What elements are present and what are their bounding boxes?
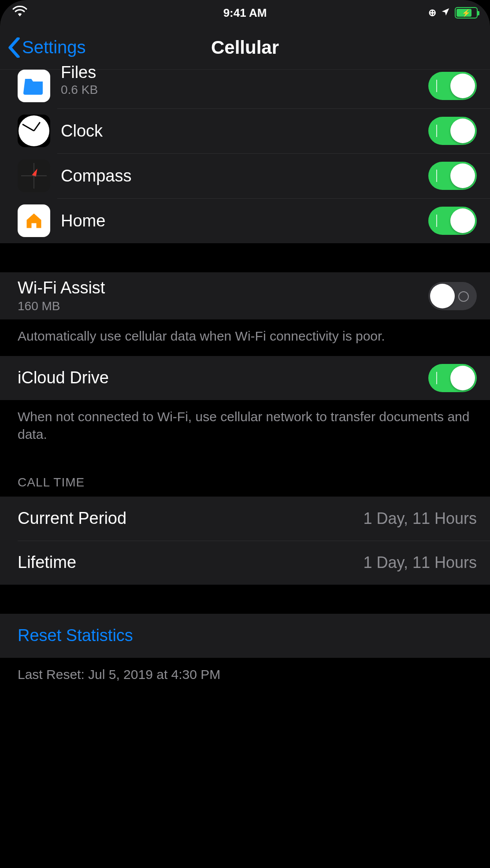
wifi-assist-title: Wi-Fi Assist — [18, 278, 428, 297]
app-name: Home — [61, 211, 428, 230]
location-icon — [441, 6, 450, 20]
app-name: Clock — [61, 122, 428, 141]
icloud-drive-row: iCloud Drive — [0, 356, 490, 400]
call-time-header: CALL TIME — [0, 454, 490, 497]
wifi-assist-group: Wi-Fi Assist 160 MB — [0, 272, 490, 319]
app-list: Files 0.6 KB Clock Compass Home — [0, 70, 490, 243]
wifi-assist-footer: Automatically use cellular data when Wi-… — [0, 319, 490, 356]
app-name: Files — [61, 63, 428, 82]
orientation-lock-icon: ⊕ — [428, 7, 436, 19]
lifetime-row: Lifetime 1 Day, 11 Hours — [0, 541, 490, 585]
app-row-home: Home — [0, 198, 490, 243]
reset-group: Reset Statistics — [0, 614, 490, 658]
reset-label: Reset Statistics — [18, 626, 133, 645]
status-bar: 9:41 AM ⊕ ⚡ — [0, 0, 490, 26]
last-reset-footer: Last Reset: Jul 5, 2019 at 4:30 PM — [0, 658, 490, 694]
app-row-compass: Compass — [0, 153, 490, 198]
lifetime-label: Lifetime — [18, 553, 76, 572]
chevron-left-icon — [8, 37, 20, 58]
app-usage: 0.6 KB — [61, 83, 428, 97]
toggle-compass[interactable] — [428, 162, 477, 190]
home-icon — [18, 204, 50, 237]
app-row-clock: Clock — [0, 108, 490, 153]
app-row-files: Files 0.6 KB — [0, 70, 490, 108]
reset-statistics-button[interactable]: Reset Statistics — [0, 614, 490, 658]
back-button[interactable]: Settings — [8, 37, 86, 58]
call-time-group: Current Period 1 Day, 11 Hours Lifetime … — [0, 497, 490, 585]
clock-icon — [18, 115, 50, 147]
lifetime-value: 1 Day, 11 Hours — [364, 553, 477, 572]
back-label: Settings — [22, 37, 86, 57]
icloud-drive-title: iCloud Drive — [18, 368, 428, 387]
toggle-icloud-drive[interactable] — [428, 364, 477, 392]
wifi-icon — [12, 6, 27, 20]
current-period-value: 1 Day, 11 Hours — [364, 509, 477, 528]
compass-icon — [18, 160, 50, 192]
app-name: Compass — [61, 167, 428, 185]
current-period-label: Current Period — [18, 509, 126, 528]
battery-icon: ⚡ — [455, 7, 478, 19]
toggle-clock[interactable] — [428, 117, 477, 145]
toggle-home[interactable] — [428, 207, 477, 235]
current-period-row: Current Period 1 Day, 11 Hours — [0, 497, 490, 541]
wifi-assist-usage: 160 MB — [18, 299, 428, 313]
wifi-assist-row: Wi-Fi Assist 160 MB — [0, 272, 490, 319]
files-icon — [18, 70, 50, 102]
toggle-files[interactable] — [428, 72, 477, 100]
toggle-wifi-assist[interactable] — [428, 282, 477, 310]
icloud-drive-footer: When not connected to Wi-Fi, use cellula… — [0, 400, 490, 454]
icloud-drive-group: iCloud Drive — [0, 356, 490, 400]
status-time: 9:41 AM — [100, 6, 390, 20]
